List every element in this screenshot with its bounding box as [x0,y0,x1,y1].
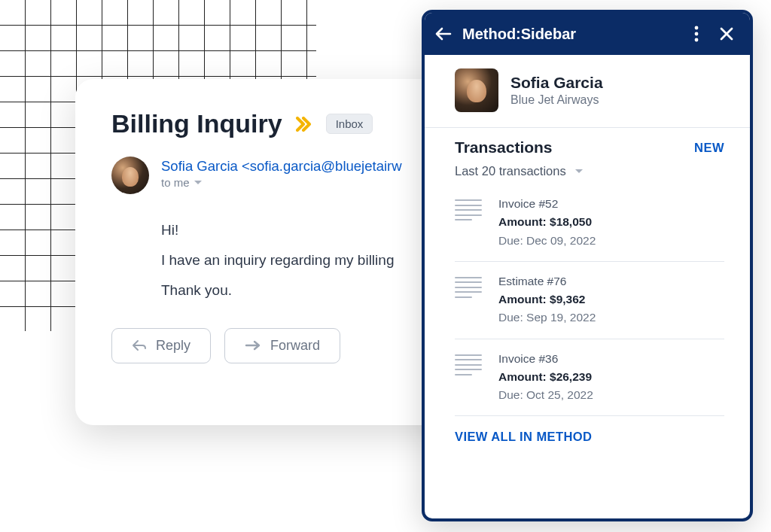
txn-title: Invoice #52 [498,195,596,212]
txn-due: Due: Oct 25, 2022 [498,386,593,403]
importance-chevron-icon [296,117,312,132]
txn-due: Due: Sep 19, 2022 [498,309,596,326]
forward-label: Forward [270,338,320,354]
method-sidebar-panel: Method:Sidebar Sofia Garcia Blue Jet Air… [422,10,753,521]
transaction-item[interactable]: Invoice #52 Amount: $18,050 Due: Dec 09,… [455,184,724,262]
txn-title: Estimate #76 [498,272,596,290]
transactions-list: Invoice #52 Amount: $18,050 Due: Dec 09,… [455,184,724,416]
to-me-text: to me [161,176,190,189]
contact-name: Sofia Garcia [510,74,603,92]
chevron-down-icon [575,169,583,173]
recipient-line[interactable]: to me [161,176,402,189]
email-subject: Billing Inquiry [111,109,282,138]
transactions-section: Transactions NEW Last 20 transactions In… [425,128,750,518]
forward-button[interactable]: Forward [224,328,340,363]
close-button[interactable] [715,23,738,45]
transactions-heading: Transactions [455,138,553,157]
transaction-item[interactable]: Invoice #36 Amount: $26,239 Due: Oct 25,… [455,339,724,417]
new-transaction-link[interactable]: NEW [694,141,724,155]
document-lines-icon [455,354,482,375]
transactions-filter[interactable]: Last 20 transactions [455,164,724,178]
contact-card[interactable]: Sofia Garcia Blue Jet Airways [425,55,750,128]
sender-name-email[interactable]: Sofia Garcia <sofia.garcia@bluejetairw [161,158,402,175]
sender-info: Sofia Garcia <sofia.garcia@bluejetairw t… [161,157,402,194]
contact-avatar [455,68,498,112]
svg-point-2 [695,38,699,42]
txn-amount: Amount: $9,362 [498,290,596,308]
recipient-dropdown-icon [194,181,202,184]
txn-amount: Amount: $18,050 [498,213,596,230]
reply-arrow-icon [132,339,147,351]
panel-header: Method:Sidebar [425,13,750,55]
view-all-link[interactable]: VIEW ALL IN METHOD [455,416,724,447]
txn-amount: Amount: $26,239 [498,368,593,385]
filter-label: Last 20 transactions [455,164,566,178]
contact-text: Sofia Garcia Blue Jet Airways [510,74,603,107]
back-button[interactable] [432,23,455,45]
forward-arrow-icon [245,340,261,351]
transaction-info: Estimate #76 Amount: $9,362 Due: Sep 19,… [498,272,596,327]
contact-company: Blue Jet Airways [510,93,603,107]
txn-due: Due: Dec 09, 2022 [498,232,596,249]
sender-avatar[interactable] [111,157,149,194]
transaction-info: Invoice #52 Amount: $18,050 Due: Dec 09,… [498,195,596,249]
reply-label: Reply [156,338,190,354]
panel-title: Method:Sidebar [462,26,685,43]
transaction-item[interactable]: Estimate #76 Amount: $9,362 Due: Sep 19,… [455,262,724,339]
section-header: Transactions NEW [455,138,724,157]
folder-tag[interactable]: Inbox [326,114,373,134]
svg-point-1 [695,32,699,36]
more-menu-button[interactable] [685,23,708,45]
document-lines-icon [455,199,482,220]
reply-button[interactable]: Reply [111,328,211,363]
svg-point-0 [695,26,699,30]
txn-title: Invoice #36 [498,350,593,367]
transaction-info: Invoice #36 Amount: $26,239 Due: Oct 25,… [498,350,593,404]
document-lines-icon [455,277,482,298]
